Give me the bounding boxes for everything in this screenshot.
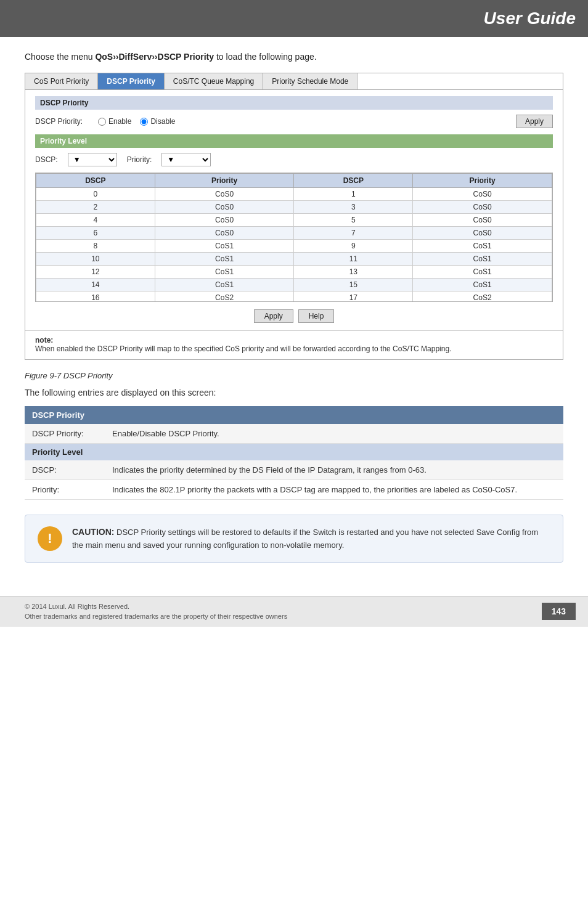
tab-priority-schedule-mode[interactable]: Priority Schedule Mode (263, 73, 357, 89)
col-header-dscp2: DSCP (294, 174, 413, 188)
bottom-buttons: Apply Help (35, 306, 553, 325)
ref-value-dscp-priority: Enable/Disable DSCP Priority. (105, 424, 563, 444)
priority-select[interactable]: ▼ (161, 153, 211, 166)
priority2-cell: CoS2 (413, 291, 552, 303)
ref-label-priority: Priority: (25, 480, 105, 500)
dscp-priority-section: DSCP Priority DSCP Priority: Enable Disa… (25, 90, 563, 330)
caution-title: CAUTION: (72, 527, 114, 537)
dscp2-cell: 17 (294, 291, 413, 303)
note-section: note: When enabled the DSCP Priority wil… (25, 330, 563, 359)
dscp1-cell: 0 (36, 188, 155, 201)
caution-icon: ! (38, 526, 62, 551)
ref-row-dscp: DSCP: Indicates the priority determined … (25, 460, 563, 480)
priority2-cell: CoS1 (413, 279, 552, 291)
ref-label-dscp: DSCP: (25, 460, 105, 480)
help-button[interactable]: Help (298, 309, 335, 323)
dscp1-cell: 16 (36, 291, 155, 303)
table-row: 0 CoS0 1 CoS0 (36, 188, 552, 201)
dscp2-cell: 1 (294, 188, 413, 201)
enable-option[interactable]: Enable (98, 117, 131, 126)
priority-level-form-row: DSCP: ▼ Priority: ▼ (35, 153, 553, 166)
footer: © 2014 Luxul. All Rights Reserved. Other… (0, 596, 588, 627)
ui-panel: CoS Port Priority DSCP Priority CoS/TC Q… (25, 73, 563, 360)
priority-level-header: Priority Level (35, 134, 553, 148)
main-content: Choose the menu QoS››DiffServ››DSCP Prio… (0, 37, 588, 590)
priority1-cell: CoS1 (155, 279, 294, 291)
priority1-cell: CoS1 (155, 240, 294, 253)
disable-option[interactable]: Disable (140, 117, 175, 126)
caution-body: DSCP Priority settings will be restored … (72, 528, 538, 550)
dscp2-cell: 9 (294, 240, 413, 253)
caution-box: ! CAUTION: DSCP Priority settings will b… (25, 515, 563, 563)
apply-button[interactable]: Apply (254, 309, 293, 323)
dscp-table: DSCP Priority DSCP Priority 0 CoS0 1 CoS… (36, 173, 552, 302)
dscp2-cell: 5 (294, 214, 413, 227)
tab-cos-port-priority[interactable]: CoS Port Priority (25, 73, 98, 89)
table-row: 4 CoS0 5 CoS0 (36, 214, 552, 227)
col-header-priority2: Priority (413, 174, 552, 188)
tab-cos-tc-queue-mapping[interactable]: CoS/TC Queue Mapping (165, 73, 263, 89)
priority2-cell: CoS1 (413, 240, 552, 253)
ref-row-dscp-priority: DSCP Priority: Enable/Disable DSCP Prior… (25, 424, 563, 444)
dscp1-cell: 2 (36, 201, 155, 214)
table-row: 8 CoS1 9 CoS1 (36, 240, 552, 253)
page-title: User Guide (484, 9, 576, 28)
dscp1-cell: 14 (36, 279, 155, 291)
ref-table: DSCP Priority DSCP Priority: Enable/Disa… (25, 406, 563, 500)
header: User Guide (0, 0, 588, 37)
priority-field-label: Priority: (127, 155, 152, 164)
dscp-priority-label: DSCP Priority: (35, 117, 91, 126)
dscp1-cell: 4 (36, 214, 155, 227)
dscp-select[interactable]: ▼ (68, 153, 117, 166)
priority1-cell: CoS1 (155, 266, 294, 279)
table-row: 16 CoS2 17 CoS2 (36, 291, 552, 303)
table-row: 12 CoS1 13 CoS1 (36, 266, 552, 279)
priority2-cell: CoS0 (413, 214, 552, 227)
footer-copyright: © 2014 Luxul. All Rights Reserved. (25, 601, 287, 612)
priority1-cell: CoS0 (155, 214, 294, 227)
figure-caption: Figure 9-7 DSCP Priority (25, 371, 563, 380)
dscp2-cell: 13 (294, 266, 413, 279)
col-header-dscp1: DSCP (36, 174, 155, 188)
table-row: 6 CoS0 7 CoS0 (36, 227, 552, 240)
description-text: The following entries are displayed on t… (25, 388, 563, 397)
disable-radio[interactable] (140, 118, 148, 126)
enable-radio[interactable] (98, 118, 106, 126)
dscp1-cell: 6 (36, 227, 155, 240)
table-row: 2 CoS0 3 CoS0 (36, 201, 552, 214)
priority1-cell: CoS0 (155, 201, 294, 214)
intro-prefix: Choose the menu (25, 52, 95, 62)
priority1-cell: CoS0 (155, 227, 294, 240)
enable-label: Enable (108, 117, 131, 126)
dscp-table-wrapper: DSCP Priority DSCP Priority 0 CoS0 1 CoS… (35, 173, 553, 302)
dscp1-cell: 10 (36, 253, 155, 266)
intro-menu-path: QoS››DiffServ››DSCP Priority (95, 52, 214, 62)
dscp-priority-apply-button[interactable]: Apply (516, 115, 553, 128)
nav-tabs: CoS Port Priority DSCP Priority CoS/TC Q… (25, 73, 563, 90)
ref-section-header: DSCP Priority (25, 406, 563, 424)
note-text: When enabled the DSCP Priority will map … (35, 344, 451, 353)
footer-left: © 2014 Luxul. All Rights Reserved. Other… (25, 601, 287, 622)
ref-value-priority: Indicates the 802.1P priority the packet… (105, 480, 563, 500)
dscp1-cell: 12 (36, 266, 155, 279)
ref-value-dscp: Indicates the priority determined by the… (105, 460, 563, 480)
intro-suffix: to load the following page. (214, 52, 317, 62)
disable-label: Disable (150, 117, 175, 126)
priority2-cell: CoS0 (413, 201, 552, 214)
priority1-cell: CoS2 (155, 291, 294, 303)
dscp-priority-radio-group: Enable Disable (98, 117, 175, 126)
ref-label-dscp-priority: DSCP Priority: (25, 424, 105, 444)
table-row: 10 CoS1 11 CoS1 (36, 253, 552, 266)
col-header-priority1: Priority (155, 174, 294, 188)
intro-text: Choose the menu QoS››DiffServ››DSCP Prio… (25, 52, 563, 62)
footer-page-number: 143 (542, 603, 576, 620)
tab-dscp-priority[interactable]: DSCP Priority (98, 73, 164, 89)
footer-trademark: Other trademarks and registered trademar… (25, 611, 287, 622)
priority2-cell: CoS0 (413, 188, 552, 201)
note-label: note: (35, 336, 53, 344)
dscp2-cell: 11 (294, 253, 413, 266)
priority2-cell: CoS0 (413, 227, 552, 240)
ref-priority-level-header: Priority Level (25, 444, 563, 461)
dscp-priority-form-row: DSCP Priority: Enable Disable Apply (35, 115, 553, 128)
table-row: 14 CoS1 15 CoS1 (36, 279, 552, 291)
